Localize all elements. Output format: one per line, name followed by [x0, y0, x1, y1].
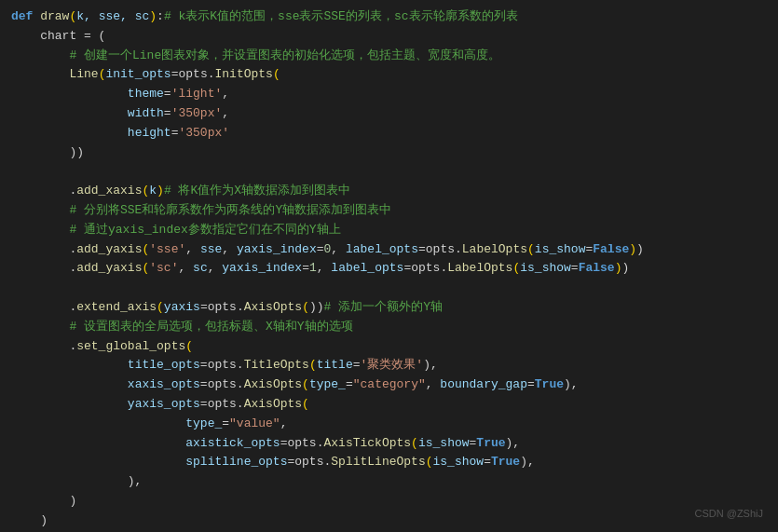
- code-line-26: ): [11, 492, 767, 512]
- code-line-13: .add_yaxis('sse', sse, yaxis_index=0, la…: [11, 240, 767, 260]
- code-line-6: width='350px',: [11, 104, 767, 124]
- code-line-23: axistick_opts=opts.AxisTickOpts(is_show=…: [11, 434, 767, 454]
- code-line-17: # 设置图表的全局选项，包括标题、X轴和Y轴的选项: [11, 318, 767, 337]
- code-line-16: .extend_axis(yaxis=opts.AxisOpts())# 添加一…: [11, 298, 767, 318]
- code-line-15: [11, 279, 767, 298]
- code-line-25: ),: [11, 472, 767, 492]
- code-line-22: type_="value",: [11, 415, 767, 434]
- code-line-27: ): [11, 512, 767, 531]
- code-line-9: [11, 162, 767, 182]
- watermark: CSDN @ZShiJ: [694, 506, 763, 523]
- code-line-11: # 分别将SSE和轮廓系数作为两条线的Y轴数据添加到图表中: [11, 201, 767, 221]
- code-line-7: height='350px': [11, 124, 767, 143]
- code-line-1: def draw(k, sse, sc):# k表示K值的范围，sse表示SSE…: [11, 7, 767, 27]
- code-line-4: Line(init_opts=opts.InitOpts(: [11, 65, 767, 85]
- code-line-8: )): [11, 143, 767, 163]
- code-line-20: xaxis_opts=opts.AxisOpts(type_="category…: [11, 375, 767, 395]
- code-editor: def draw(k, sse, sc):# k表示K值的范围，sse表示SSE…: [0, 0, 778, 532]
- code-line-14: .add_yaxis('sc', sc, yaxis_index=1, labe…: [11, 259, 767, 279]
- code-line-3: # 创建一个Line图表对象，并设置图表的初始化选项，包括主题、宽度和高度。: [11, 47, 767, 66]
- code-line-19: title_opts=opts.TitleOpts(title='聚类效果'),: [11, 356, 767, 375]
- code-line-10: .add_xaxis(k)# 将K值作为X轴数据添加到图表中: [11, 182, 767, 201]
- code-line-12: # 通过yaxis_index参数指定它们在不同的Y轴上: [11, 221, 767, 240]
- code-line-24: splitline_opts=opts.SplitLineOpts(is_sho…: [11, 453, 767, 472]
- code-line-2: chart = (: [11, 27, 767, 47]
- code-line-18: .set_global_opts(: [11, 337, 767, 357]
- code-line-5: theme='light',: [11, 85, 767, 104]
- code-line-21: yaxis_opts=opts.AxisOpts(: [11, 395, 767, 415]
